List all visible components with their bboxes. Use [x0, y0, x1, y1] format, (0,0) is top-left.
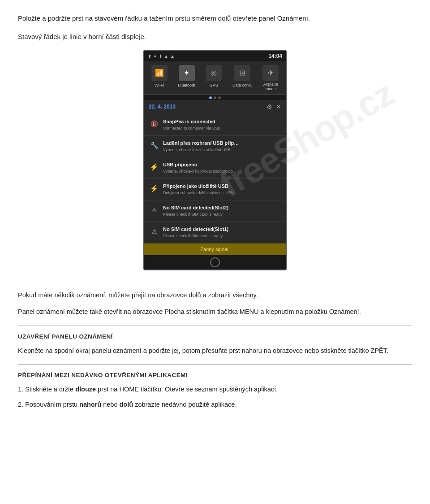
section2-item1: 1. Stiskněte a držte dlouze prst na HOME…	[18, 384, 412, 395]
warning-icon-2: ▲	[170, 53, 175, 60]
date-text: 22. 4. 2013	[149, 103, 176, 111]
toggle-bluetooth[interactable]: ✦ Bluetooth	[178, 65, 195, 91]
warning-icon-1: ▲	[164, 53, 168, 60]
signal-bar: Žádný signál.	[144, 243, 286, 256]
dot-2	[214, 96, 216, 99]
section-divider-1	[18, 326, 412, 326]
item1-bold: dlouze	[75, 386, 96, 393]
item2-prefix: Posouváním prstu	[25, 401, 79, 408]
quick-toggles: 📶 Wi-Fi ✦ Bluetooth ◎ GPS ⊞ Data conn. ✈	[144, 61, 286, 95]
gps-toggle-icon: ◎	[206, 65, 222, 81]
section2-item2: 2. Posouváním prstu nahorů nebo dolů zob…	[18, 400, 412, 410]
body-para1: Pokud máte několik oznámení, můžete přej…	[18, 290, 412, 300]
section1-heading: UZAVŘENÍ PANELU OZNÁMENÍ	[18, 332, 412, 341]
notif-content-usb: USB připojeno Vyberte, chcete-li kopírov…	[163, 161, 238, 175]
notif-sub-usb: Vyberte, chcete-li kopírovat soubory do …	[163, 169, 238, 175]
wifi-toggle-icon: 📶	[151, 65, 168, 81]
airplane-toggle-icon: ✈	[262, 65, 279, 81]
notif-title-sim2: No SIM card detected(Slot2)	[163, 204, 228, 212]
signal-icon: ⬆	[148, 53, 151, 60]
page: freeShop.cz Položte a podržte prst na st…	[18, 13, 412, 410]
item2-num: 2.	[18, 401, 23, 408]
notif-snappea[interactable]: 📵 SnapPea is connected Connected to comp…	[144, 114, 286, 136]
item2-rest: zobrazte nedávno použité aplikace.	[133, 401, 236, 408]
notif-sub-usb-storage: Dotykem zobrazíte další možnosti USB	[163, 190, 233, 196]
notif-sub-sim2: Please check if SIM card is ready	[163, 212, 228, 218]
notif-content-usb-debug: Ladění přes rozhraní USB přip… Vyberte, …	[163, 139, 239, 153]
item1-num: 1.	[18, 386, 23, 393]
section1-text: Klepněte na spodní okraj panelu oznámení…	[18, 346, 412, 356]
notif-content-usb-storage: Připojeno jako úložiště USB Dotykem zobr…	[163, 182, 233, 196]
item1-prefix: Stiskněte a držte	[25, 386, 75, 393]
notif-title-sim1: No SIM card detected(Slot1)	[163, 226, 228, 233]
notif-content-snappea: SnapPea is connected Connected to comput…	[163, 118, 221, 132]
body-para2: Panel oznámení můžete také otevřít na ob…	[18, 307, 412, 317]
date-bar: 22. 4. 2013 ⚙ ✕	[144, 100, 286, 114]
bluetooth-toggle-label: Bluetooth	[178, 83, 195, 89]
notif-sub-snappea: Connected to computer via USB	[163, 126, 221, 132]
wifi-toggle-label: Wi-Fi	[155, 83, 164, 89]
notif-content-sim1: No SIM card detected(Slot1) Please check…	[163, 226, 228, 239]
airplane-toggle-label: Airplanemode	[263, 83, 278, 91]
notif-icon-sim1: ⚠	[149, 226, 159, 237]
bluetooth-icon-status: ✦	[153, 53, 157, 60]
dot-1	[209, 96, 212, 99]
item1-rest: prst na HOME tlačítku. Otevře se seznam …	[96, 386, 278, 393]
notif-sim2[interactable]: ⚠ No SIM card detected(Slot2) Please che…	[144, 200, 286, 222]
status-bar: ⬆ ✦ ⬇ ▲ ▲ 14:04	[144, 51, 286, 61]
item2-bold1: nahorů	[79, 401, 101, 408]
home-button[interactable]	[210, 257, 220, 267]
data-toggle-icon: ⊞	[234, 65, 250, 81]
notif-usb-connected[interactable]: ⚡ USB připojeno Vyberte, chcete-li kopír…	[144, 157, 286, 179]
notif-usb-storage[interactable]: ⚡ Připojeno jako úložiště USB Dotykem zo…	[144, 179, 286, 200]
home-bar	[144, 255, 286, 269]
status-icons: ⬆ ✦ ⬇ ▲ ▲	[148, 53, 175, 60]
toggle-airplane[interactable]: ✈ Airplanemode	[262, 65, 279, 91]
dot-3	[218, 96, 221, 99]
notif-icon-usb-debug: 🔧	[149, 140, 159, 151]
notif-title-snappea: SnapPea is connected	[163, 118, 221, 126]
bluetooth-toggle-icon: ✦	[179, 65, 195, 81]
date-icons: ⚙ ✕	[267, 102, 281, 112]
notif-usb-debug[interactable]: 🔧 Ladění přes rozhraní USB přip… Vyberte…	[144, 136, 286, 157]
phone-screenshot: ⬆ ✦ ⬇ ▲ ▲ 14:04 📶 Wi-Fi ✦ Bluetooth	[143, 50, 287, 270]
notification-list: 📵 SnapPea is connected Connected to comp…	[144, 114, 286, 243]
toggle-wifi[interactable]: 📶 Wi-Fi	[151, 65, 168, 91]
notif-icon-sim2: ⚠	[149, 205, 159, 216]
section-divider-2	[18, 364, 412, 365]
intro-text-2: Stavový řádek je linie v horní části dis…	[18, 32, 412, 42]
status-time: 14:04	[268, 52, 282, 60]
notif-title-usb-storage: Připojeno jako úložiště USB	[163, 182, 233, 190]
notif-title-usb-debug: Ladění přes rozhraní USB přip…	[163, 139, 239, 147]
data-toggle-label: Data conn.	[232, 83, 252, 89]
notif-sub-sim1: Please check if SIM card is ready	[163, 233, 228, 239]
notif-sub-usb-debug: Vyberte, chcete-li zakázat ladění USB.	[163, 147, 239, 153]
gps-icon-status: ⬇	[159, 53, 162, 60]
toggle-dots	[144, 95, 286, 100]
intro-text: Položte a podržte prst na stavovém řádku…	[18, 13, 412, 24]
notif-icon-usb: ⚡	[149, 162, 159, 173]
toggle-data[interactable]: ⊞ Data conn.	[232, 65, 252, 91]
item2-bold2: dolů	[120, 401, 133, 408]
screenshot-wrapper: ⬆ ✦ ⬇ ▲ ▲ 14:04 📶 Wi-Fi ✦ Bluetooth	[18, 50, 412, 280]
notif-sim1[interactable]: ⚠ No SIM card detected(Slot1) Please che…	[144, 222, 286, 243]
gps-toggle-label: GPS	[210, 83, 218, 89]
settings-icon[interactable]: ⚙	[267, 102, 272, 112]
item2-mid: nebo	[101, 401, 119, 408]
close-icon[interactable]: ✕	[276, 102, 281, 112]
notif-content-sim2: No SIM card detected(Slot2) Please check…	[163, 204, 228, 218]
notif-icon-snappea: 📵	[149, 119, 159, 130]
toggle-gps[interactable]: ◎ GPS	[206, 65, 222, 91]
notif-icon-usb-storage: ⚡	[149, 183, 159, 194]
section2-heading: PŘEPÍNÁNÍ MEZI NEDÁVNO OTEVŘENÝMI APLIKA…	[18, 371, 412, 380]
notif-title-usb: USB připojeno	[163, 161, 238, 169]
